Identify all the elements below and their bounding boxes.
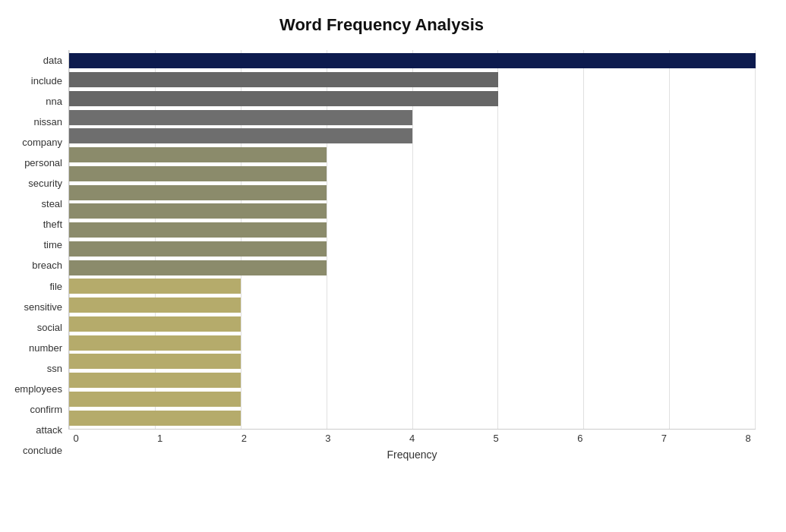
bar-row [69,202,756,221]
y-label: security [28,173,62,194]
bar [69,392,241,407]
bar-row [69,108,756,127]
bar-row [69,333,756,352]
x-tick-label: 2 [236,433,251,444]
bar [69,241,327,257]
y-label: confirm [30,399,62,420]
bar-row [69,240,756,259]
bar [69,91,498,106]
bar-row [69,71,756,90]
y-label: file [49,276,62,297]
y-label: nissan [33,112,62,132]
bar-row [69,371,756,390]
x-tick-label: 1 [153,433,168,444]
bar-row [69,352,756,371]
bar-row [69,52,756,71]
chart-area: dataincludennanissancompanypersonalsecur… [8,50,756,461]
y-label: conclude [23,440,62,461]
y-label: personal [24,153,62,173]
bar [69,185,327,200]
y-label: sensitive [24,297,62,317]
bar-row [69,183,756,202]
bar-row [69,390,756,409]
y-label: number [29,338,62,358]
bar-row [69,277,756,296]
y-label: attack [36,420,62,440]
x-tick-label: 4 [405,433,420,444]
x-tick-label: 5 [488,433,503,444]
bar [69,260,327,275]
plot-area: 012345678 Frequency [68,50,756,461]
bar [69,354,241,369]
x-tick-label: 7 [656,433,671,444]
bar [69,72,498,87]
y-label: nna [46,91,62,112]
y-label: social [37,317,62,338]
y-label: data [43,50,62,71]
bar-row [69,296,756,315]
bar-row [69,221,756,240]
bar-row [69,408,756,427]
x-tick-label: 3 [320,433,336,444]
chart-container: Word Frequency Analysis dataincludennani… [0,0,786,532]
y-label: include [31,71,62,91]
bar [69,53,756,68]
bar [69,335,241,351]
bar [69,222,327,238]
y-label: steal [42,194,62,214]
y-label: ssn [47,358,62,379]
bars-container [69,50,756,429]
chart-title: Word Frequency Analysis [8,15,756,35]
bar [69,279,241,294]
y-axis-labels: dataincludennanissancompanypersonalsecur… [8,50,68,461]
bar-row [69,165,756,184]
bar-row [69,146,756,165]
bar-row [69,127,756,146]
grid-and-bars [68,50,756,430]
bar-row [69,258,756,277]
bar [69,316,241,332]
x-tick-label: 0 [68,433,84,444]
y-label: theft [43,214,62,235]
bar [69,128,412,143]
bar [69,166,327,181]
bar [69,110,412,125]
y-label: employees [14,379,62,399]
bar-row [69,315,756,334]
x-tick-label: 8 [740,433,756,444]
bar [69,373,241,388]
bar [69,147,327,162]
bar-row [69,90,756,109]
y-label: breach [32,255,62,275]
y-label: company [22,132,62,153]
y-label: time [43,235,62,255]
x-axis-title: Frequency [68,449,756,461]
x-axis-labels: 012345678 [68,433,756,444]
bar [69,203,327,219]
bar [69,297,241,313]
bar [69,411,241,426]
x-tick-label: 6 [573,433,588,444]
